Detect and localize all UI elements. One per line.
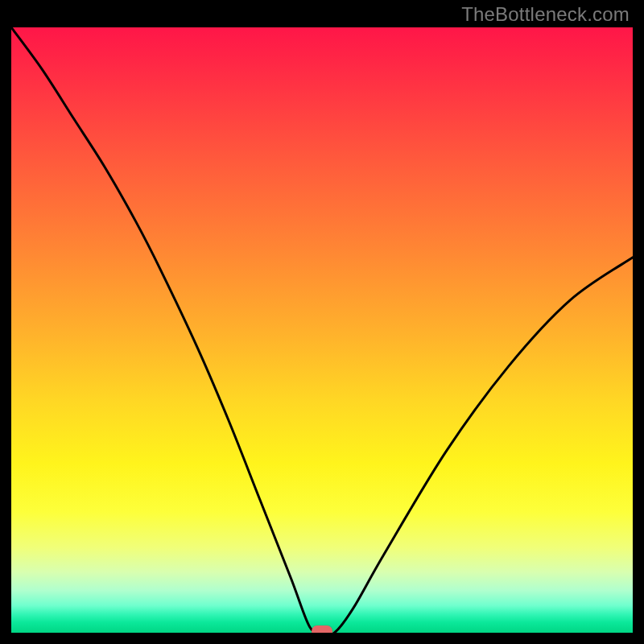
bottleneck-curve [11,27,633,633]
optimum-marker [312,625,332,633]
figure-container: TheBottleneck.com [0,0,644,644]
watermark-label: TheBottleneck.com [461,3,630,26]
plot-area [11,27,633,633]
